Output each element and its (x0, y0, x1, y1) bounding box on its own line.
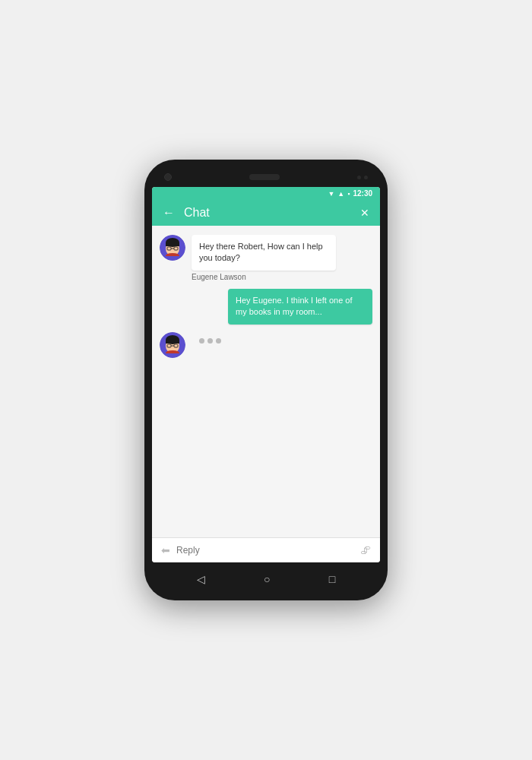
chat-area: Hey there Robert, How can I help you tod… (152, 226, 380, 537)
typing-row (160, 332, 372, 358)
received-bubble: Hey there Robert, How can I help you tod… (192, 235, 336, 271)
close-button[interactable]: ✕ (360, 207, 369, 219)
message-content: Hey there Robert, How can I help you tod… (192, 235, 336, 281)
sensor-dot-1 (357, 176, 361, 179)
battery-icon: ▪ (347, 190, 350, 198)
reply-icon: ⬅ (161, 544, 170, 556)
status-bar: ▼ ▲ ▪ 12:30 (152, 187, 380, 200)
typing-dot-1 (199, 338, 204, 344)
nav-recent-button[interactable]: □ (329, 573, 335, 585)
back-button[interactable]: ← (163, 206, 175, 220)
typing-dot-2 (207, 338, 213, 344)
sent-message-text: Hey Eugene. I think I left one of my boo… (236, 296, 352, 316)
svg-rect-3 (166, 242, 179, 246)
avatar (160, 235, 185, 261)
sensor-dot-2 (364, 176, 368, 179)
received-message-text: Hey there Robert, How can I help you tod… (199, 242, 323, 262)
phone-bottom-nav: ◁ ○ □ (152, 565, 380, 590)
typing-dot-3 (216, 338, 221, 344)
typing-avatar (160, 332, 185, 358)
speaker-grille (249, 174, 280, 180)
app-bar: ← Chat ✕ (152, 200, 380, 226)
wifi-icon: ▼ (328, 190, 334, 198)
sent-message-row: Hey Eugene. I think I left one of my boo… (160, 289, 372, 325)
sent-message-content: Hey Eugene. I think I left one of my boo… (228, 289, 372, 325)
front-camera (164, 173, 172, 181)
phone-screen: ▼ ▲ ▪ 12:30 ← Chat ✕ (152, 187, 380, 562)
app-bar-title: Chat (184, 206, 351, 220)
svg-rect-10 (166, 340, 179, 344)
sender-name: Eugene Lawson (192, 273, 336, 281)
attach-icon[interactable]: 🖇 (360, 544, 371, 556)
nav-home-button[interactable]: ○ (264, 573, 270, 585)
sensors (357, 176, 368, 179)
status-time: 12:30 (353, 189, 372, 198)
message-row: Hey there Robert, How can I help you tod… (160, 235, 372, 281)
typing-indicator (192, 332, 229, 350)
sent-bubble: Hey Eugene. I think I left one of my boo… (228, 289, 372, 325)
nav-back-button[interactable]: ◁ (197, 573, 205, 585)
signal-icon: ▲ (337, 190, 344, 198)
reply-input[interactable] (176, 545, 354, 556)
status-icons: ▼ ▲ ▪ 12:30 (328, 189, 372, 198)
reply-bar: ⬅ 🖇 (152, 537, 380, 562)
phone-top-hardware (152, 170, 380, 187)
phone-frame: ▼ ▲ ▪ 12:30 ← Chat ✕ (144, 160, 388, 600)
